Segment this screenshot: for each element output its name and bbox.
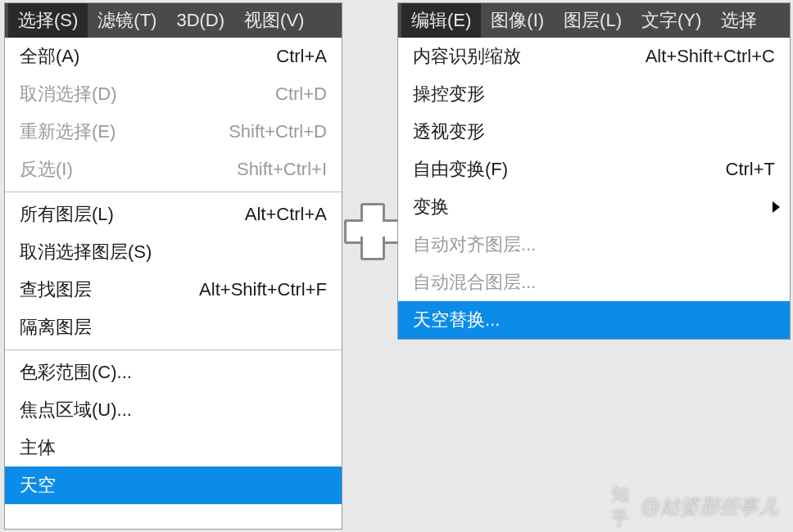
menu-label: 天空: [20, 473, 56, 498]
menu-label: 色彩范围(C)...: [20, 360, 132, 385]
menubar-select-partial[interactable]: 选择: [711, 3, 767, 38]
menu-separator: [5, 192, 342, 192]
select-dropdown: 全部(A) Ctrl+A 取消选择(D) Ctrl+D 重新选择(E) Shif…: [5, 38, 342, 504]
menu-label: 隔离图层: [20, 315, 92, 340]
menu-sky[interactable]: 天空: [5, 467, 342, 504]
menu-puppet-warp[interactable]: 操控变形: [398, 75, 790, 113]
menu-shortcut: Shift+Ctrl+D: [229, 121, 327, 142]
menu-label: 操控变形: [413, 82, 485, 106]
zhihu-logo-icon: 知乎: [611, 495, 634, 518]
menu-separator: [5, 349, 342, 350]
menu-label: 所有图层(L): [20, 202, 114, 227]
menu-focus-area[interactable]: 焦点区域(U)...: [5, 391, 342, 429]
menu-label: 变换: [413, 195, 449, 219]
menubar-edit[interactable]: 编辑(E): [401, 3, 481, 38]
menu-subject[interactable]: 主体: [5, 429, 342, 467]
menu-label: 透视变形: [413, 119, 485, 144]
menu-deselect[interactable]: 取消选择(D) Ctrl+D: [5, 75, 342, 113]
menu-auto-blend-layers[interactable]: 自动混合图层...: [398, 264, 790, 301]
menu-label: 反选(I): [20, 157, 73, 182]
menu-shortcut: Alt+Shift+Ctrl+C: [646, 46, 775, 67]
menu-label: 天空替换...: [413, 308, 500, 332]
edit-dropdown: 内容识别缩放 Alt+Shift+Ctrl+C 操控变形 透视变形 自由变换(F…: [398, 38, 790, 339]
menu-free-transform[interactable]: 自由变换(F) Ctrl+T: [398, 151, 790, 188]
watermark: 知乎 @姑婆那些事儿: [611, 494, 778, 520]
menubar-filter[interactable]: 滤镜(T): [88, 3, 166, 38]
menu-inverse[interactable]: 反选(I) Shift+Ctrl+I: [5, 151, 342, 188]
menu-label: 自动混合图层...: [413, 270, 536, 295]
menu-label: 自由变换(F): [413, 157, 508, 182]
menu-label: 自动对齐图层...: [413, 232, 536, 257]
chevron-right-icon: [773, 201, 780, 213]
menubar-select[interactable]: 选择(S): [8, 3, 88, 38]
left-menubar: 选择(S) 滤镜(T) 3D(D) 视图(V): [5, 3, 342, 38]
menu-isolate-layers[interactable]: 隔离图层: [5, 309, 342, 346]
menu-shortcut: Alt+Ctrl+A: [245, 204, 327, 225]
menu-shortcut: Ctrl+D: [275, 83, 327, 105]
right-menubar: 编辑(E) 图像(I) 图层(L) 文字(Y) 选择: [398, 3, 790, 38]
menubar-type[interactable]: 文字(Y): [632, 3, 711, 38]
menu-label: 主体: [20, 435, 56, 460]
menu-label: 全部(A): [20, 44, 79, 69]
menu-perspective-warp[interactable]: 透视变形: [398, 113, 790, 151]
menu-label: 查找图层: [20, 277, 92, 302]
menu-label: 取消选择图层(S): [20, 240, 152, 264]
menu-content-aware-scale[interactable]: 内容识别缩放 Alt+Shift+Ctrl+C: [398, 38, 790, 75]
menu-label: 内容识别缩放: [413, 44, 521, 69]
menu-shortcut: Ctrl+T: [726, 159, 776, 180]
menu-auto-align-layers[interactable]: 自动对齐图层...: [398, 226, 790, 264]
menu-shortcut: Alt+Shift+Ctrl+F: [199, 279, 327, 300]
menu-sky-replacement[interactable]: 天空替换...: [398, 301, 790, 339]
menubar-3d[interactable]: 3D(D): [166, 3, 234, 38]
menubar-view[interactable]: 视图(V): [234, 3, 314, 38]
menu-select-all[interactable]: 全部(A) Ctrl+A: [5, 38, 342, 75]
menu-find-layers[interactable]: 查找图层 Alt+Shift+Ctrl+F: [5, 271, 342, 309]
plus-icon: [344, 203, 396, 255]
menu-label: 重新选择(E): [20, 119, 116, 144]
menu-deselect-layers[interactable]: 取消选择图层(S): [5, 233, 342, 271]
menu-reselect[interactable]: 重新选择(E) Shift+Ctrl+D: [5, 113, 342, 151]
menu-shortcut: Shift+Ctrl+I: [237, 159, 327, 180]
edit-menu-panel: 编辑(E) 图像(I) 图层(L) 文字(Y) 选择 内容识别缩放 Alt+Sh…: [397, 2, 791, 340]
menu-color-range[interactable]: 色彩范围(C)...: [5, 354, 342, 391]
menu-shortcut: Ctrl+A: [276, 46, 327, 67]
menu-label: 取消选择(D): [20, 82, 117, 106]
menubar-layer[interactable]: 图层(L): [554, 3, 632, 38]
menubar-image[interactable]: 图像(I): [481, 3, 554, 38]
menu-transform[interactable]: 变换: [398, 188, 790, 226]
menu-label: 焦点区域(U)...: [20, 398, 132, 422]
watermark-user: @姑婆那些事儿: [641, 494, 778, 520]
menu-all-layers[interactable]: 所有图层(L) Alt+Ctrl+A: [5, 196, 342, 233]
select-menu-panel: 选择(S) 滤镜(T) 3D(D) 视图(V) 全部(A) Ctrl+A 取消选…: [4, 2, 342, 530]
